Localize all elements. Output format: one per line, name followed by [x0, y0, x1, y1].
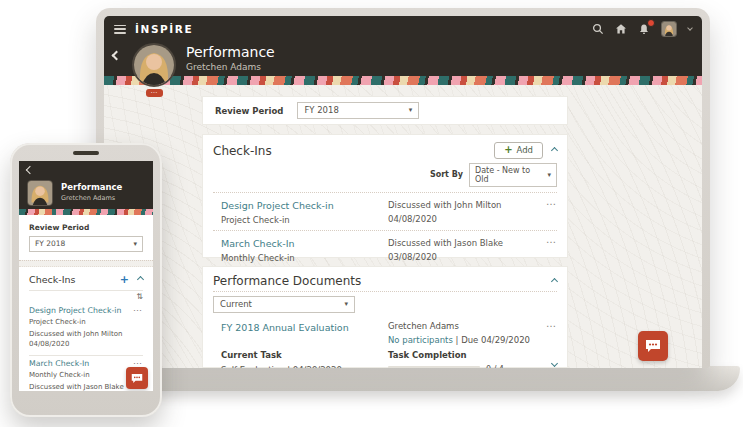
sort-by-label: Sort By [430, 170, 463, 179]
page-title: Performance [61, 182, 122, 192]
chevron-down-icon[interactable] [687, 25, 693, 31]
mobile-screen: Performance Gretchen Adams Review Period… [19, 161, 153, 391]
dropdown-caret-icon: ▾ [344, 300, 348, 308]
page-title: Performance [186, 44, 275, 60]
decorative-banner [104, 76, 702, 85]
phone-speaker [73, 151, 99, 155]
performance-documents-card: Performance Documents Current ▾ FY 2018 … [202, 266, 568, 368]
review-period-select[interactable]: FY 2018 ▾ [29, 236, 143, 252]
page-content: Review Period FY 2018 ▾ Check-Ins + Add [104, 85, 702, 368]
chat-assistant-button[interactable] [638, 331, 668, 361]
chat-assistant-button[interactable] [126, 367, 148, 389]
page-header: … Performance Gretchen Adams [104, 42, 702, 76]
document-task-row: Current Task Self Evaluation | 04/29/202… [203, 345, 567, 369]
notification-badge [647, 19, 655, 27]
mobile-page-header: Performance Gretchen Adams [19, 161, 153, 215]
separator: | [456, 335, 459, 345]
mockup-stage: İNSPİRE [0, 0, 743, 427]
home-icon[interactable] [615, 23, 627, 35]
divider [213, 291, 557, 292]
checkins-title: Check-Ins [29, 274, 75, 285]
checkins-title: Check-Ins [213, 144, 272, 158]
performance-documents-title: Performance Documents [213, 274, 361, 288]
add-checkin-icon[interactable]: + [120, 275, 129, 284]
checkin-discussed-with: Discussed with John Milton [388, 200, 501, 210]
sort-select[interactable]: Date - New to Old ▾ [469, 163, 557, 187]
checkin-date: 04/08/2020 [388, 214, 501, 224]
checkin-date: 03/08/2020 [388, 252, 503, 262]
checkin-date: 04/08/2020 [29, 340, 143, 348]
review-period-label: Review Period [19, 215, 153, 232]
employee-avatar [132, 43, 176, 87]
checkin-link[interactable]: Design Project Check-in [29, 306, 143, 315]
task-completion-count: 0 / 4 [486, 365, 504, 369]
documents-filter-select[interactable]: Current ▾ [213, 296, 355, 313]
employee-avatar [27, 180, 53, 206]
collapse-checkins-icon[interactable] [137, 275, 144, 282]
mobile-page-content: Review Period FY 2018 ▾ Check-Ins + ⇅ De… [19, 215, 153, 391]
row-actions-icon[interactable]: … [133, 356, 143, 366]
search-icon[interactable] [592, 23, 604, 35]
checkin-discussed-with: Discussed with John Milton [29, 330, 143, 338]
desktop-screen: İNSPİRE [104, 16, 702, 368]
plus-icon: + [504, 146, 512, 154]
dropdown-caret-icon: ▾ [547, 171, 551, 179]
task-progress-bar [388, 366, 480, 369]
review-period-label: Review Period [215, 106, 283, 116]
avatar-typing-badge: … [146, 89, 163, 97]
laptop-frame: İNSPİRE [96, 8, 710, 368]
checkin-type: Project Check-in [29, 318, 143, 326]
phone-frame: Performance Gretchen Adams Review Period… [10, 143, 162, 417]
row-actions-icon[interactable]: … [546, 196, 557, 207]
checkin-discussed-with: Discussed with Jason Blake [388, 238, 503, 248]
page-subtitle: Gretchen Adams [186, 62, 275, 72]
checkin-list-item: Design Project Check-in … Project Check-… [19, 303, 153, 353]
notifications-bell-icon[interactable] [638, 23, 650, 35]
review-period-card: Review Period FY 2018 ▾ [202, 96, 568, 125]
app-logo: İNSPİRE [135, 23, 193, 35]
document-row: FY 2018 Annual Evaluation Gretchen Adams… [203, 315, 567, 345]
checkin-row: Design Project Check-in Project Check-in… [203, 193, 567, 230]
review-period-select[interactable]: FY 2018 ▾ [297, 102, 419, 119]
sort-icon[interactable]: ⇅ [19, 291, 153, 303]
back-icon[interactable] [112, 51, 122, 61]
user-avatar[interactable] [661, 21, 677, 37]
row-actions-icon[interactable]: … [546, 234, 557, 245]
row-actions-icon[interactable]: … [133, 303, 143, 313]
dropdown-caret-icon: ▾ [133, 240, 137, 248]
dropdown-caret-icon: ▾ [409, 106, 413, 114]
add-checkin-button[interactable]: + Add [494, 142, 543, 159]
checkin-row: March Check-In Monthly Check-in Discusse… [203, 231, 567, 268]
row-actions-icon[interactable]: … [546, 318, 557, 329]
document-assignee: Gretchen Adams [388, 321, 530, 331]
collapse-checkins-icon[interactable] [551, 147, 558, 154]
document-due-date: Due 04/29/2020 [461, 335, 530, 345]
collapse-documents-icon[interactable] [551, 277, 558, 284]
back-icon[interactable] [26, 166, 34, 174]
participants-link[interactable]: No participants [388, 335, 453, 345]
page-subtitle: Gretchen Adams [61, 194, 122, 202]
laptop-base [128, 366, 740, 391]
checkin-link[interactable]: March Check-In [29, 359, 143, 368]
menu-icon[interactable] [114, 25, 126, 34]
checkins-card: Check-Ins + Add Sort By Date - New to Ol… [202, 134, 568, 258]
task-completion-label: Task Completion [388, 350, 504, 360]
top-app-bar: İNSPİRE [104, 16, 702, 42]
section-gap [19, 260, 153, 267]
